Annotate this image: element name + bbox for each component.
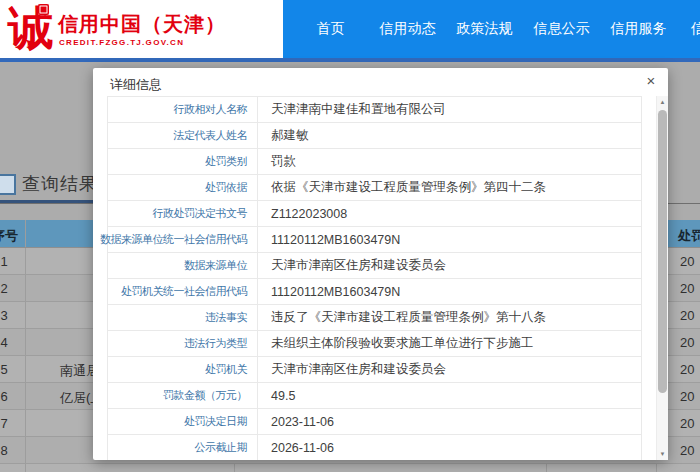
column-divider [25, 275, 26, 301]
column-divider [25, 356, 26, 382]
detail-row: 行政相对人名称 天津津南中建佳和置地有限公司 [108, 97, 641, 123]
modal-header: 详细信息 × [93, 68, 668, 96]
detail-row: 处罚依据 依据《天津市建设工程质量管理条例》第四十二条 [108, 175, 641, 201]
row-date-fragment: 20 [680, 335, 694, 350]
scroll-up-icon[interactable]: ▲ [657, 96, 668, 108]
row-index: 2 [0, 281, 18, 296]
modal-body: 行政相对人名称 天津津南中建佳和置地有限公司 法定代表人姓名 郝建敏 处罚类别 … [93, 96, 656, 460]
row-index: 5 [0, 362, 18, 377]
detail-row: 行政处罚决定书文号 Z1122023008 [108, 201, 641, 227]
modal-title: 详细信息 [110, 76, 162, 94]
detail-row: 处罚机关 天津市津南区住房和建设委员会 [108, 357, 641, 383]
field-value: 未组织主体阶段验收要求施工单位进行下步施工 [258, 331, 641, 356]
row-index: 7 [0, 416, 18, 431]
field-value: 天津市津南区住房和建设委员会 [258, 357, 641, 382]
row-date-fragment: 20 [680, 308, 694, 323]
field-label: 行政处罚决定书文号 [108, 201, 258, 226]
section-bullet-icon [0, 174, 16, 195]
field-value: 罚款 [258, 149, 641, 174]
row-date-fragment: 20 [680, 362, 694, 377]
detail-row: 数据来源单位统一社会信用代码 11120112MB1603479N [108, 227, 641, 253]
row-date-fragment: 20 [680, 389, 694, 404]
field-label: 违法事实 [108, 305, 258, 330]
scroll-down-icon[interactable]: ▼ [657, 448, 668, 460]
logo-seal-icon [38, 4, 49, 15]
row-index: 3 [0, 308, 18, 323]
column-header-penalty: 处罚 [678, 227, 700, 245]
table-row-partial [0, 464, 700, 472]
column-divider [25, 383, 26, 409]
field-label: 处罚类别 [108, 149, 258, 174]
modal-scrollbar[interactable]: ▲ ▼ [656, 96, 668, 460]
column-divider [25, 410, 26, 436]
field-value: 2026-11-06 [258, 435, 641, 460]
site-logo-icon: 诚 [8, 2, 60, 56]
field-value: 违反了《天津市建设工程质量管理条例》第十八条 [258, 305, 641, 330]
column-divider [25, 248, 26, 274]
column-divider [546, 464, 547, 472]
close-icon[interactable]: × [643, 73, 659, 89]
field-label: 违法行为类型 [108, 331, 258, 356]
column-divider [25, 220, 26, 247]
field-label: 行政相对人名称 [108, 97, 258, 122]
field-label: 罚款金额（万元） [108, 383, 258, 408]
row-index: 8 [0, 443, 18, 458]
field-value: 依据《天津市建设工程质量管理条例》第四十二条 [258, 175, 641, 200]
field-label: 公示截止期 [108, 435, 258, 460]
detail-table: 行政相对人名称 天津津南中建佳和置地有限公司 法定代表人姓名 郝建敏 处罚类别 … [107, 96, 642, 460]
column-header-index: 序号 [0, 227, 18, 245]
column-divider [25, 302, 26, 328]
field-value: 49.5 [258, 383, 641, 408]
field-value: 11120112MB1603479N [258, 227, 641, 252]
detail-modal: 详细信息 × 行政相对人名称 天津津南中建佳和置地有限公司 法定代表人姓名 郝建… [93, 68, 668, 460]
row-index: 1 [0, 254, 18, 269]
row-date-fragment: 20 [680, 281, 694, 296]
site-title: 信用中国（天津） [58, 11, 226, 38]
row-date-fragment: 20 [680, 254, 694, 269]
nav-item-credit-news[interactable]: 信用动态 [369, 20, 446, 38]
row-date-fragment: 20 [680, 443, 694, 458]
section-title: 查询结果 [22, 172, 98, 196]
field-label: 处罚决定日期 [108, 409, 258, 434]
site-header: 诚 信用中国（天津） CREDIT.FZGG.TJ.GOV.CN 首页 信用动态… [0, 0, 700, 58]
row-date-fragment: 20 [680, 416, 694, 431]
field-value: 天津市津南区住房和建设委员会 [258, 253, 641, 278]
detail-row: 处罚决定日期 2023-11-06 [108, 409, 641, 435]
site-domain: CREDIT.FZGG.TJ.GOV.CN [59, 38, 184, 47]
nav-item-policies[interactable]: 政策法规 [446, 20, 523, 38]
column-divider [25, 437, 26, 463]
column-divider [25, 464, 26, 472]
column-divider [25, 329, 26, 355]
detail-row: 处罚机关统一社会信用代码 11120112MB1603479N [108, 279, 641, 305]
detail-row: 数据来源单位 天津市津南区住房和建设委员会 [108, 253, 641, 279]
row-index: 4 [0, 335, 18, 350]
field-value: 天津津南中建佳和置地有限公司 [258, 97, 641, 122]
detail-row: 公示截止期 2026-11-06 [108, 435, 641, 460]
field-value: 11120112MB1603479N [258, 279, 641, 304]
field-label: 数据来源单位 [108, 253, 258, 278]
header-divider [0, 58, 700, 62]
detail-row: 违法事实 违反了《天津市建设工程质量管理条例》第十八条 [108, 305, 641, 331]
column-divider [234, 464, 235, 472]
field-value: 郝建敏 [258, 123, 641, 148]
detail-row: 法定代表人姓名 郝建敏 [108, 123, 641, 149]
field-label: 法定代表人姓名 [108, 123, 258, 148]
field-label: 处罚机关 [108, 357, 258, 382]
detail-row: 罚款金额（万元） 49.5 [108, 383, 641, 409]
field-value: Z1122023008 [258, 201, 641, 226]
nav-item-clipped[interactable]: 信 [677, 20, 700, 38]
field-value: 2023-11-06 [258, 409, 641, 434]
nav-item-credit-service[interactable]: 信用服务 [600, 20, 677, 38]
detail-row: 处罚类别 罚款 [108, 149, 641, 175]
main-nav: 首页 信用动态 政策法规 信息公示 信用服务 信 [283, 0, 700, 58]
nav-item-public-info[interactable]: 信息公示 [523, 20, 600, 38]
field-label: 数据来源单位统一社会信用代码 [108, 227, 258, 252]
nav-item-home[interactable]: 首页 [292, 20, 369, 38]
field-label: 处罚机关统一社会信用代码 [108, 279, 258, 304]
detail-row: 违法行为类型 未组织主体阶段验收要求施工单位进行下步施工 [108, 331, 641, 357]
column-divider [656, 464, 657, 472]
row-index: 6 [0, 389, 18, 404]
field-label: 处罚依据 [108, 175, 258, 200]
logo-glyph: 诚 [8, 2, 60, 56]
scrollbar-thumb[interactable] [658, 110, 667, 393]
